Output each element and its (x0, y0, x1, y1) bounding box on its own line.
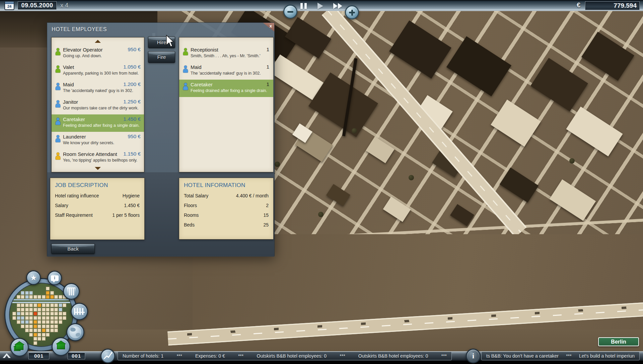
euro-symbol: € (577, 1, 580, 9)
minimap-tile (21, 295, 24, 299)
minimap-tile (50, 325, 54, 328)
minimap-tile (17, 308, 20, 311)
list-item-receptionist[interactable]: Receptionist 1 Smith, Smith . . . Ah, ye… (179, 45, 273, 62)
demolish-button[interactable] (63, 283, 80, 300)
list-item-launderer[interactable]: Launderer 950 € We know your dirty secre… (52, 132, 144, 149)
employee-description: The 'accidentally naked' guy is in 302. (63, 88, 133, 93)
info-value: Hygiene (123, 193, 140, 198)
minimap-tile (54, 295, 58, 299)
info-icon: i (472, 352, 474, 360)
house-icon (16, 345, 23, 350)
play-button[interactable] (317, 3, 323, 9)
minimap-tile (42, 295, 46, 299)
list-item-room-service-attendant[interactable]: Room Service Attendant 1.150 € Yes, 'no … (52, 149, 144, 167)
scroll-up-button[interactable] (95, 40, 101, 43)
minimap-tile (25, 312, 29, 315)
minimap-tile (42, 308, 46, 311)
person-icon (55, 118, 61, 125)
employee-name: Maid (191, 64, 202, 70)
back-button[interactable]: Back (51, 244, 95, 254)
employee-name: Caretaker (191, 82, 213, 87)
employee-count: 1 (266, 81, 269, 87)
globe-icon (69, 326, 81, 338)
person-icon (55, 153, 61, 160)
minimap-tile (38, 325, 41, 328)
list-item-maid-hired[interactable]: Maid 1 The 'accidentally naked' guy is i… (179, 62, 273, 80)
employee-description: Our mopsters take care of the dirty work… (63, 106, 139, 110)
minimap-tile (50, 320, 54, 324)
hotel-employees-dialog: HOTEL EMPLOYEES x Elevator Operator 950 … (47, 22, 275, 256)
employee-count: 1 (266, 64, 269, 70)
close-icon: x (270, 23, 272, 28)
list-item-caretaker-hired[interactable]: Caretaker 1 Feeling drained after fixing… (179, 80, 273, 97)
minimap-tile (42, 320, 46, 324)
fire-button[interactable]: Fire (148, 51, 175, 63)
close-button[interactable]: x (263, 23, 274, 33)
info-label: Floors (184, 203, 197, 208)
minimap-tile (38, 316, 41, 320)
list-item-caretaker[interactable]: Caretaker 1.450 € Feeling drained after … (52, 114, 144, 132)
employee-salary: 1.250 € (123, 99, 141, 105)
minimap-tile (29, 312, 33, 315)
minimap-tile (33, 337, 37, 341)
date-display: 09.05.2000 (18, 1, 57, 10)
zoom-out-button[interactable] (283, 5, 297, 19)
statistics-button[interactable] (100, 349, 115, 363)
employee-items: Receptionist 1 Smith, Smith . . . Ah, ye… (179, 45, 273, 97)
info-row: Rooms 15 (179, 212, 273, 218)
minimap-tile (33, 329, 37, 332)
employee-description: Going up. And down. (63, 54, 102, 58)
info-row: Salary 1.450 € (50, 203, 144, 208)
world-map-button[interactable] (66, 323, 84, 341)
fast-forward-button[interactable] (333, 3, 343, 9)
minimap-tile (42, 316, 46, 320)
minimap-tile (38, 333, 41, 337)
minimap-tile (46, 312, 50, 315)
money-display: 779.594 (585, 1, 640, 10)
minimap-tile (46, 320, 50, 324)
info-messages-button[interactable]: i (466, 349, 481, 363)
minimap-tile (21, 325, 24, 328)
info-label: Hotel rating influence (55, 193, 99, 198)
scroll-down-button[interactable] (95, 167, 101, 170)
minimap-tile (42, 337, 46, 341)
zoom-in-button[interactable] (345, 5, 359, 19)
person-icon (55, 66, 61, 73)
pause-button[interactable] (300, 3, 307, 9)
minimap-tile (54, 316, 58, 320)
minimap-tile (63, 316, 66, 320)
minimap-tile (59, 303, 62, 307)
list-item-valet[interactable]: Valet 1.050 € Apparently, parking is 300… (52, 62, 144, 80)
calendar-day: 24 (5, 4, 14, 9)
hotel-counter-2: 001 (68, 353, 85, 359)
employee-name: Caretaker (63, 116, 85, 122)
minimap-tile (50, 312, 54, 315)
hotels-overview-button[interactable] (10, 338, 29, 357)
favorites-button[interactable]: ★ (26, 270, 41, 285)
employee-name: Maid (63, 82, 74, 87)
info-row: Total Salary 4.400 € / month (179, 193, 273, 198)
list-item-janitor[interactable]: Janitor 1.250 € Our mopsters take care o… (52, 97, 144, 114)
minimap-tile (50, 291, 54, 295)
person-icon (55, 48, 61, 56)
messages-button[interactable]: i (47, 271, 62, 285)
minimap-tile (38, 329, 41, 332)
employee-name: Launderer (63, 134, 86, 140)
minimap-tile (50, 329, 54, 332)
build-hotel-button[interactable] (52, 337, 70, 356)
minimap-tile (17, 303, 20, 307)
employee-salary: 1.050 € (123, 64, 141, 70)
list-item-maid[interactable]: Maid 1.200 € The 'accidentally naked' gu… (52, 80, 144, 97)
person-icon (183, 66, 188, 73)
minimap-tile (29, 316, 33, 320)
hired-employees-list: Receptionist 1 Smith, Smith . . . Ah, ye… (179, 37, 274, 172)
game-speed-label: x 4 (60, 2, 68, 9)
fence-build-button[interactable] (71, 303, 88, 320)
minimap-tile (25, 320, 29, 324)
chart-icon (102, 351, 113, 361)
list-item-elevator-operator[interactable]: Elevator Operator 950 € Going up. And do… (52, 45, 144, 62)
person-icon (183, 83, 188, 90)
minimap-tile (46, 303, 50, 307)
minimap-tile (25, 295, 29, 299)
employee-description: Feeling drained after fixing a single dr… (191, 88, 267, 93)
